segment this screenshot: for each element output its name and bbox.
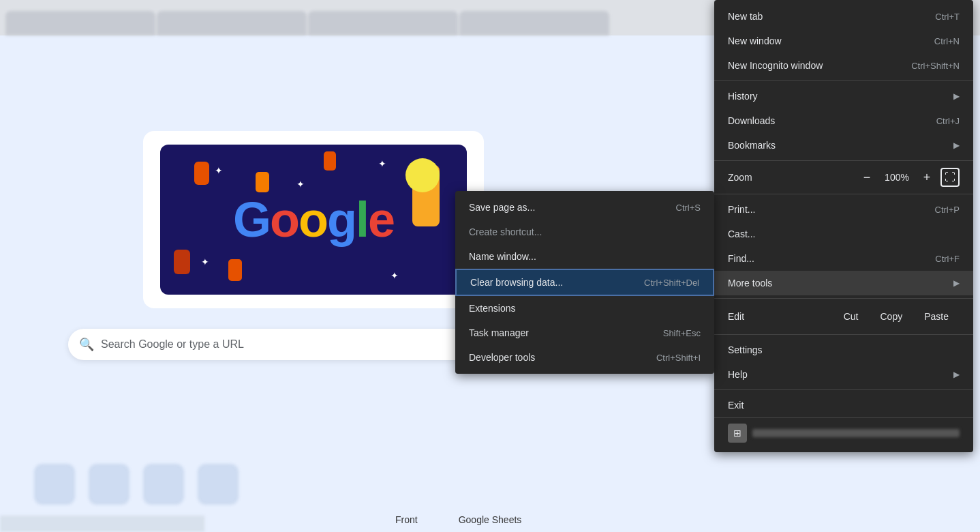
bookmarks-arrow-icon: ▶ [953,141,960,150]
doodle-card[interactable]: ✦ ✦ ✦ ✦ ✦ Google [143,131,484,308]
menu-item-incognito-label: New Incognito window [728,60,884,71]
shortcut-4[interactable] [198,464,239,505]
zoom-fullscreen-button[interactable]: ⛶ [940,168,960,187]
menu-item-new-tab-shortcut: Ctrl+T [935,12,960,22]
submenu-task-manager-label: Task manager [469,327,529,338]
divider-3 [714,194,973,194]
submenu-developer-tools[interactable]: Developer tools Ctrl+Shift+I [455,345,714,370]
star-decoration-4: ✦ [201,256,209,267]
star-decoration-1: ✦ [215,165,223,176]
menu-item-help[interactable]: Help ▶ [714,362,973,387]
menu-item-new-window-label: New window [728,35,907,46]
lantern-2 [256,172,269,192]
menu-item-incognito-shortcut: Ctrl+Shift+N [911,61,960,71]
shortcut-2[interactable] [89,464,129,505]
menu-item-settings-label: Settings [728,344,960,355]
edit-row: Edit Cut Copy Paste [714,301,973,331]
menu-item-print-shortcut: Ctrl+P [935,205,960,215]
lantern-4 [174,250,190,274]
menu-item-more-tools-label: More tools [728,278,948,289]
submenu-name-window[interactable]: Name window... [455,244,714,269]
doodle-inner: ✦ ✦ ✦ ✦ ✦ Google [160,145,467,295]
star-decoration-2: ✦ [296,179,305,190]
menu-item-bookmarks[interactable]: Bookmarks ▶ [714,133,973,158]
tab-3[interactable] [308,11,458,35]
menu-item-downloads[interactable]: Downloads Ctrl+J [714,108,973,133]
menu-item-history[interactable]: History ▶ [714,84,973,108]
submenu-create-shortcut-label: Create shortcut... [469,226,542,237]
lantern-1 [194,162,209,185]
menu-item-settings[interactable]: Settings [714,338,973,362]
menu-item-cast[interactable]: Cast... [714,222,973,246]
submenu-developer-tools-label: Developer tools [469,352,535,363]
chrome-menu: New tab Ctrl+T New window Ctrl+N New Inc… [714,0,973,452]
divider-5 [714,334,973,335]
submenu-create-shortcut[interactable]: Create shortcut... [455,220,714,244]
search-placeholder: Search Google or type a URL [101,338,244,351]
copy-button[interactable]: Copy [870,307,914,326]
menu-item-new-tab[interactable]: New tab Ctrl+T [714,4,973,29]
menu-item-exit-label: Exit [728,400,960,411]
menu-item-exit[interactable]: Exit [714,393,973,417]
menu-item-history-label: History [728,91,948,102]
menu-item-new-window[interactable]: New window Ctrl+N [714,29,973,53]
moon-decoration [405,158,440,192]
menu-item-cast-label: Cast... [728,228,960,239]
tab-4[interactable] [459,11,609,35]
divider-2 [714,160,973,161]
history-arrow-icon: ▶ [953,91,960,101]
menu-item-downloads-label: Downloads [728,115,909,126]
submenu-clear-browsing-data[interactable]: Clear browsing data... Ctrl+Shift+Del [455,269,714,296]
menu-item-help-label: Help [728,369,948,380]
divider-4 [714,298,973,299]
menu-item-bookmarks-label: Bookmarks [728,140,948,151]
grid-icon[interactable]: ⊞ [728,424,747,443]
submenu-extensions-label: Extensions [469,303,515,314]
lantern-3 [324,151,336,171]
search-bar[interactable]: 🔍 Search Google or type a URL [68,329,491,360]
status-bar [0,516,204,532]
search-icon: 🔍 [79,337,94,352]
more-tools-submenu: Save page as... Ctrl+S Create shortcut..… [455,191,714,374]
menu-item-print[interactable]: Print... Ctrl+P [714,197,973,222]
zoom-row: Zoom − 100% + ⛶ [714,164,973,191]
zoom-plus-button[interactable]: + [917,168,936,187]
cut-button[interactable]: Cut [833,307,870,326]
edit-label: Edit [728,311,833,322]
bottom-status-bar [752,429,960,437]
zoom-value: 100% [876,172,917,183]
shortcut-1[interactable] [34,464,75,505]
submenu-task-manager-shortcut: Shift+Esc [663,328,701,338]
menu-item-new-tab-label: New tab [728,11,908,22]
tab-1[interactable] [5,11,155,35]
submenu-clear-browsing-data-label: Clear browsing data... [470,277,563,288]
menu-item-find-shortcut: Ctrl+F [935,254,960,264]
submenu-task-manager[interactable]: Task manager Shift+Esc [455,321,714,345]
more-tools-arrow-icon: ▶ [953,278,960,288]
shortcut-3[interactable] [143,464,184,505]
zoom-label: Zoom [728,172,857,183]
menu-item-downloads-shortcut: Ctrl+J [936,116,960,126]
submenu-clear-browsing-data-shortcut: Ctrl+Shift+Del [644,278,699,288]
bottom-tab-sheets[interactable]: Google Sheets [459,514,522,525]
menu-item-more-tools[interactable]: More tools ▶ [714,271,973,295]
menu-item-new-window-shortcut: Ctrl+N [934,36,960,46]
star-decoration-5: ✦ [391,270,399,281]
submenu-name-window-label: Name window... [469,251,536,262]
submenu-save-page-label: Save page as... [469,202,535,213]
submenu-save-page[interactable]: Save page as... Ctrl+S [455,195,714,220]
divider-6 [714,389,973,390]
paste-button[interactable]: Paste [913,307,960,326]
tab-2[interactable] [157,11,307,35]
zoom-minus-button[interactable]: − [857,168,876,187]
menu-item-find[interactable]: Find... Ctrl+F [714,246,973,271]
submenu-save-page-shortcut: Ctrl+S [676,203,701,213]
menu-item-print-label: Print... [728,204,908,215]
menu-item-incognito[interactable]: New Incognito window Ctrl+Shift+N [714,53,973,78]
submenu-developer-tools-shortcut: Ctrl+Shift+I [656,353,701,363]
lantern-5 [228,259,242,281]
submenu-extensions[interactable]: Extensions [455,296,714,321]
divider-1 [714,80,973,81]
star-decoration-3: ✦ [378,158,386,169]
bottom-tab-front[interactable]: Front [395,514,418,525]
